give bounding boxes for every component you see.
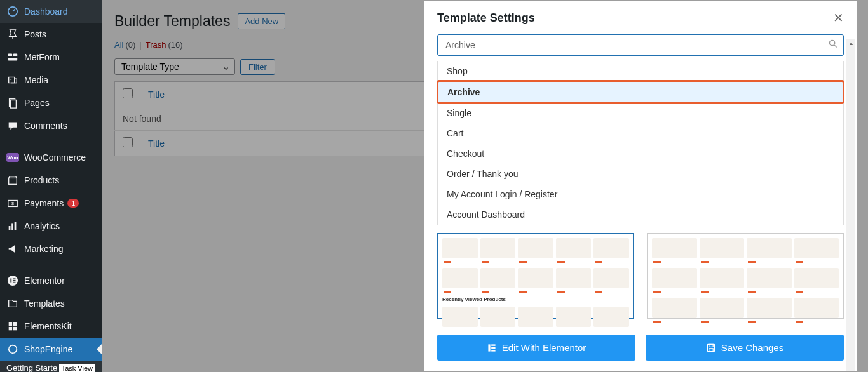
task-view-badge: Task View [59,364,95,372]
svg-rect-13 [9,226,11,230]
svg-rect-29 [491,347,495,348]
save-icon [706,343,716,353]
bottom-label: Getting Starte [6,363,59,372]
sidebar-label: Payments [24,198,64,208]
save-btn-label: Save Changes [721,342,783,353]
save-changes-button[interactable]: Save Changes [646,335,844,361]
sidebar-item-elementor[interactable]: Elementor [0,269,102,292]
preview-label: Recently Viewed Products [442,296,629,302]
sidebar-item-pages[interactable]: Pages [0,91,102,114]
dropdown-option-archive[interactable]: Archive [437,80,844,104]
pages-icon [6,96,19,109]
edit-btn-label: Edit With Elementor [502,342,587,353]
metform-icon [6,51,19,63]
svg-text:Woo: Woo [7,155,18,161]
svg-rect-4 [9,77,15,83]
active-arrow-icon [97,344,102,354]
sidebar-label: ElementsKit [24,321,72,331]
sidebar-item-analytics[interactable]: Analytics [0,215,102,237]
search-wrap [424,34,857,61]
panel-title: Template Settings [437,11,535,25]
sidebar-item-media[interactable]: Media [0,69,102,91]
svg-rect-30 [491,350,495,351]
sidebar-label: Dashboard [24,6,68,17]
dashboard-icon [6,5,19,18]
dropdown-option-cart[interactable]: Cart [438,123,843,143]
svg-rect-7 [10,100,16,109]
media-icon [6,74,19,86]
elementskit-icon [6,320,19,333]
panel-footer: Edit With Elementor Save Changes [424,327,857,371]
sidebar-label: Analytics [24,221,60,231]
edit-elementor-button[interactable]: Edit With Elementor [437,335,635,361]
elementor-icon [6,274,19,287]
sidebar-item-marketing[interactable]: Marketing [0,237,102,260]
sidebar-item-elementskit[interactable]: ElementsKit [0,315,102,338]
sidebar-label: Elementor [24,276,65,286]
dropdown-option-order[interactable]: Order / Thank you [438,164,843,184]
woo-icon: Woo [6,151,19,164]
svg-rect-3 [8,58,17,61]
pin-icon [6,28,19,41]
sidebar-label: Products [24,175,59,185]
template-settings-panel: Template Settings ✕ Shop Archive Single … [424,1,857,371]
sidebar-label: Marketing [24,244,63,254]
sidebar-label: ShopEngine [24,344,72,354]
shopengine-icon [6,343,19,355]
svg-rect-2 [13,54,17,57]
sidebar-item-posts[interactable]: Posts [0,23,102,46]
svg-text:$: $ [11,201,14,206]
svg-rect-24 [13,327,17,330]
admin-sidebar: Dashboard Posts MetForm Media Pages Comm… [0,0,102,372]
sidebar-item-dashboard[interactable]: Dashboard [0,0,102,23]
sidebar-item-shopengine[interactable]: ShopEngine [0,338,102,361]
dropdown-option-account-login[interactable]: My Account Login / Register [438,184,843,204]
sidebar-label: Posts [24,29,46,39]
sidebar-item-products[interactable]: Products [0,169,102,192]
svg-rect-1 [8,54,12,57]
sidebar-item-metform[interactable]: MetForm [0,46,102,69]
svg-rect-28 [491,344,495,345]
search-icon [829,39,837,48]
sidebar-item-woocommerce[interactable]: Woo WooCommerce [0,146,102,169]
sidebar-bottom[interactable]: Getting Starte Task View [0,361,102,372]
svg-rect-20 [13,282,16,283]
dropdown-option-checkout[interactable]: Checkout [438,143,843,164]
templates-icon [6,297,19,310]
svg-rect-15 [15,222,17,230]
sidebar-label: Comments [24,121,67,131]
comments-icon [6,119,19,132]
type-search-input[interactable] [437,34,844,56]
scroll-up-icon[interactable]: ▴ [846,39,855,46]
scrollbar-track[interactable]: ▴ [846,39,855,371]
svg-rect-10 [9,178,17,184]
svg-rect-31 [707,344,714,351]
svg-rect-32 [709,344,713,347]
dropdown-option-single[interactable]: Single [438,103,843,123]
sidebar-item-templates[interactable]: Templates [0,292,102,315]
preview-card-1[interactable]: Recently Viewed Products [437,233,634,319]
sidebar-label: Pages [24,98,50,108]
panel-header: Template Settings ✕ [424,1,857,34]
svg-rect-17 [10,278,11,282]
sidebar-label: Templates [24,298,65,309]
svg-rect-19 [13,280,16,281]
analytics-icon [6,220,19,232]
svg-rect-21 [9,322,12,326]
svg-point-26 [829,40,834,45]
dropdown-option-shop[interactable]: Shop [438,61,843,81]
payments-icon: $ [6,197,19,209]
dropdown-option-account-dashboard[interactable]: Account Dashboard [438,204,843,225]
sidebar-item-payments[interactable]: $ Payments 1 [0,192,102,215]
svg-point-5 [10,79,11,80]
products-icon [6,174,19,187]
sidebar-label: Media [24,75,48,85]
sidebar-item-comments[interactable]: Comments [0,114,102,137]
preview-card-2[interactable]: Start Building Your eCommerce [647,233,844,319]
svg-rect-22 [13,322,17,326]
svg-rect-27 [488,344,490,351]
close-icon[interactable]: ✕ [833,10,844,25]
sidebar-label: MetForm [24,52,60,62]
payments-badge: 1 [67,199,79,208]
elementor-icon [487,343,497,353]
